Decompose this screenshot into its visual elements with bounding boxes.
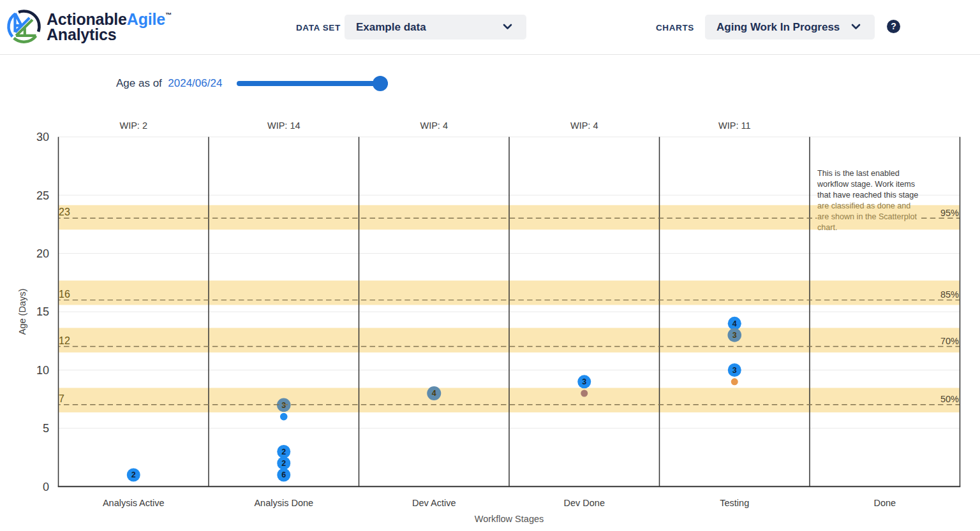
svg-text:85%: 85% — [940, 289, 959, 300]
svg-text:WIP: 2: WIP: 2 — [119, 120, 147, 131]
svg-text:3: 3 — [732, 366, 737, 375]
svg-text:This is the last enabled: This is the last enabled — [817, 169, 900, 178]
svg-text:3: 3 — [281, 401, 286, 410]
svg-text:16: 16 — [59, 289, 70, 300]
svg-text:5: 5 — [43, 422, 49, 435]
svg-text:Analysis Active: Analysis Active — [103, 498, 165, 508]
svg-text:Analysis Done: Analysis Done — [254, 498, 313, 508]
svg-text:12: 12 — [59, 335, 70, 346]
svg-text:chart.: chart. — [817, 223, 838, 232]
svg-text:15: 15 — [36, 305, 49, 318]
svg-text:6: 6 — [281, 470, 286, 479]
svg-text:2: 2 — [281, 447, 286, 456]
svg-text:workflow stage. Work items: workflow stage. Work items — [817, 180, 915, 189]
svg-text:0: 0 — [43, 481, 49, 493]
svg-text:WIP: 14: WIP: 14 — [267, 120, 301, 131]
svg-text:50%: 50% — [940, 394, 959, 404]
svg-text:3: 3 — [732, 331, 737, 340]
svg-text:23: 23 — [59, 207, 70, 217]
svg-text:WIP: 11: WIP: 11 — [718, 120, 751, 131]
svg-text:Workflow Stages: Workflow Stages — [475, 514, 544, 524]
svg-text:Testing: Testing — [720, 498, 749, 508]
svg-text:20: 20 — [36, 247, 49, 260]
svg-text:4: 4 — [432, 389, 436, 398]
svg-text:WIP: 4: WIP: 4 — [420, 120, 448, 131]
svg-text:25: 25 — [36, 189, 49, 202]
svg-text:10: 10 — [36, 364, 49, 377]
svg-text:3: 3 — [582, 377, 586, 386]
svg-text:4: 4 — [732, 319, 737, 328]
svg-text:70%: 70% — [940, 336, 959, 346]
svg-text:Dev Active: Dev Active — [412, 498, 456, 508]
svg-text:30: 30 — [36, 131, 49, 143]
svg-text:7: 7 — [59, 393, 64, 404]
svg-text:are classified as done and: are classified as done and — [817, 201, 910, 210]
svg-text:Age (Days): Age (Days) — [17, 289, 27, 335]
svg-text:2: 2 — [281, 459, 286, 468]
svg-text:Dev Done: Dev Done — [564, 498, 605, 508]
svg-text:WIP: 4: WIP: 4 — [570, 120, 598, 131]
svg-text:are shown in the Scatterplot: are shown in the Scatterplot — [817, 212, 917, 221]
svg-text:2: 2 — [131, 470, 136, 479]
svg-text:Done: Done — [873, 498, 896, 508]
svg-text:that have reached this stage: that have reached this stage — [817, 191, 918, 200]
svg-text:95%: 95% — [940, 208, 959, 218]
